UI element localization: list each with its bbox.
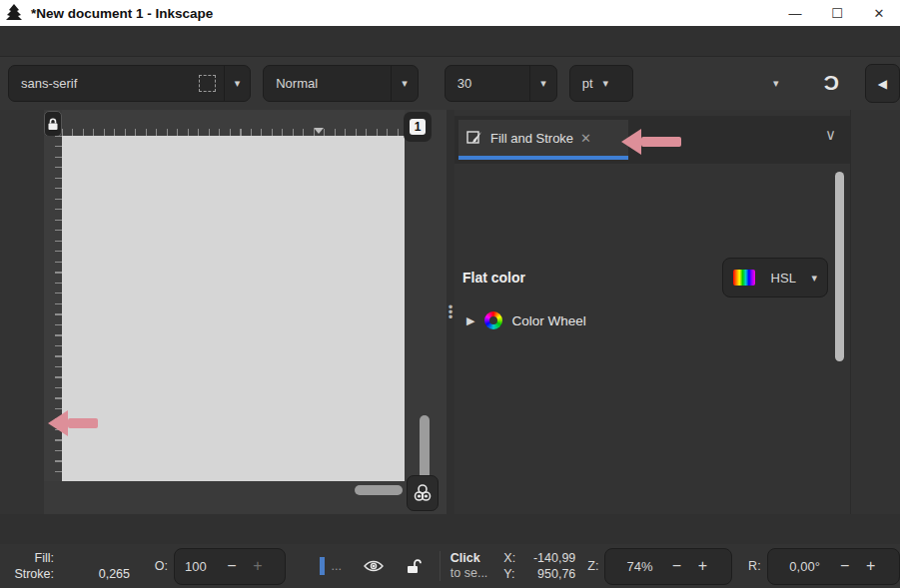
opacity-minus-button[interactable]: − <box>219 557 245 575</box>
font-size-combo[interactable]: 30 ▾ <box>445 65 557 102</box>
x-value: -140,99 <box>523 550 575 566</box>
tab-fill-and-stroke[interactable]: Fill and Stroke ✕ <box>458 120 628 160</box>
close-tab-icon[interactable]: ✕ <box>580 131 591 146</box>
title-bar: *New document 1 - Inkscape — ☐ ✕ <box>0 0 900 26</box>
font-unit-combo[interactable]: pt ▾ <box>569 65 633 102</box>
page-number-badge: 1 <box>404 112 432 142</box>
chevron-left-icon: ◀ <box>878 77 887 91</box>
rotation-spinner[interactable]: 0,00° − + <box>767 548 900 585</box>
vertical-ruler[interactable] <box>44 136 62 481</box>
dialog-tab-bar: Fill and Stroke ✕ ∨ <box>454 116 850 164</box>
color-wheel-label: Color Wheel <box>511 313 585 328</box>
zoom-minus-button[interactable]: − <box>663 557 689 575</box>
canvas-area[interactable]: 1 <box>44 110 447 514</box>
font-style-combo[interactable]: Normal ▾ <box>263 65 419 102</box>
x-label: X: <box>503 550 523 566</box>
rotation-minus-button[interactable]: − <box>832 557 858 575</box>
horizontal-scrollbar[interactable] <box>62 483 405 497</box>
horizontal-ruler[interactable] <box>62 110 405 136</box>
vertical-scrollbar[interactable] <box>418 146 432 481</box>
close-button[interactable]: ✕ <box>858 0 900 26</box>
opacity-label: O: <box>155 559 168 573</box>
reset-kerning-icon[interactable]: Ɔ <box>824 72 839 95</box>
chevron-down-icon[interactable]: ∨ <box>825 126 836 144</box>
document-page[interactable] <box>62 136 405 481</box>
zoom-plus-button[interactable]: + <box>689 557 715 575</box>
font-size-value: 30 <box>446 76 529 91</box>
paintbrush-icon <box>466 130 483 147</box>
rotation-label: R: <box>748 559 761 573</box>
color-wheel-expander[interactable]: ▶ Color Wheel <box>462 305 842 335</box>
window-title: *New document 1 - Inkscape <box>31 6 213 21</box>
paint-mode-label: Flat color <box>462 270 525 286</box>
layer-lock-toggle[interactable] <box>406 558 422 575</box>
unlock-icon <box>406 558 422 575</box>
expander-triangle-icon[interactable]: ▶ <box>466 314 474 327</box>
fill-and-stroke-panel: Fill and Stroke ✕ ∨ Flat color HSL ▾ ▶ C… <box>454 110 850 514</box>
toolbox <box>0 110 44 514</box>
layer-name-ellipsis: ... <box>331 559 341 573</box>
chevron-down-icon[interactable]: ▾ <box>392 77 418 90</box>
opacity-plus-button[interactable]: + <box>245 557 271 575</box>
color-wheel-icon <box>484 311 502 329</box>
panel-splitter[interactable]: ••• <box>447 110 454 514</box>
layer-color-chip <box>320 557 325 575</box>
layer-indicator[interactable]: ... <box>320 557 341 575</box>
status-message: Click to se... <box>450 551 500 581</box>
paint-subtabs <box>454 166 850 206</box>
chevron-down-icon[interactable]: ▾ <box>530 77 556 90</box>
zoom-label: Z: <box>587 559 598 573</box>
rotation-plus-button[interactable]: + <box>858 557 884 575</box>
color-managed-view-button[interactable] <box>407 475 439 511</box>
y-value: 950,76 <box>523 566 575 582</box>
horizontal-scrollbar-thumb[interactable] <box>355 485 403 495</box>
font-family-value: sans-serif <box>9 76 191 91</box>
maximize-button[interactable]: ☐ <box>816 0 858 26</box>
collapse-toolbar-button[interactable]: ◀ <box>865 64 900 103</box>
font-collection-icon <box>199 75 216 92</box>
font-unit-value: pt <box>570 76 593 91</box>
fill-indicator-label: Fill: <box>6 550 60 566</box>
minimize-button[interactable]: — <box>774 0 816 26</box>
panel-scrollbar[interactable] <box>835 172 844 514</box>
text-tool-options-bar: sans-serif ▾ Normal ▾ 30 ▾ pt ▾ ▾ Ɔ ◀ <box>0 57 900 110</box>
status-bar: Fill: Stroke:0,265 O: 100 − + ... Click … <box>0 544 900 588</box>
commands-bar <box>850 110 900 514</box>
rotation-value[interactable]: 0,00° <box>768 559 832 574</box>
font-family-combo[interactable]: sans-serif ▾ <box>8 65 251 102</box>
inkscape-logo-icon <box>3 2 25 24</box>
chevron-down-icon[interactable]: ▾ <box>593 77 619 90</box>
fill-indicator-value[interactable] <box>60 550 130 566</box>
ruler-pointer-marker <box>314 128 324 134</box>
zoom-value[interactable]: 74% <box>605 559 663 574</box>
ruler-lock-icon[interactable] <box>44 111 62 137</box>
opacity-value[interactable]: 100 <box>175 559 219 574</box>
color-space-value: HSL <box>771 271 796 286</box>
page-number: 1 <box>410 119 426 135</box>
chevron-down-icon[interactable]: ▾ <box>225 77 251 90</box>
cursor-coordinates: X:-140,99 Y:950,76 <box>503 550 575 582</box>
color-space-combo[interactable]: HSL ▾ <box>722 258 828 297</box>
font-style-value: Normal <box>264 76 391 91</box>
chevron-down-icon: ▾ <box>811 272 817 285</box>
stroke-width-value[interactable]: 0,265 <box>60 566 130 582</box>
layer-visibility-toggle[interactable] <box>364 559 384 573</box>
stroke-indicator-label: Stroke: <box>6 566 60 582</box>
y-label: Y: <box>503 566 523 582</box>
zoom-spinner[interactable]: 74% − + <box>604 548 732 585</box>
chevron-down-icon[interactable]: ▾ <box>773 77 779 90</box>
opacity-spinner[interactable]: 100 − + <box>174 548 286 585</box>
status-message-line1: Click <box>450 551 500 566</box>
menu-bar <box>0 26 900 57</box>
panel-scrollbar-thumb[interactable] <box>835 172 844 361</box>
eye-icon <box>364 559 384 573</box>
status-message-line2: to se... <box>450 566 500 581</box>
drag-handle-icon: ••• <box>449 304 453 319</box>
tab-title: Fill and Stroke <box>490 131 573 146</box>
color-space-icon <box>733 270 755 286</box>
color-palette <box>0 514 900 544</box>
